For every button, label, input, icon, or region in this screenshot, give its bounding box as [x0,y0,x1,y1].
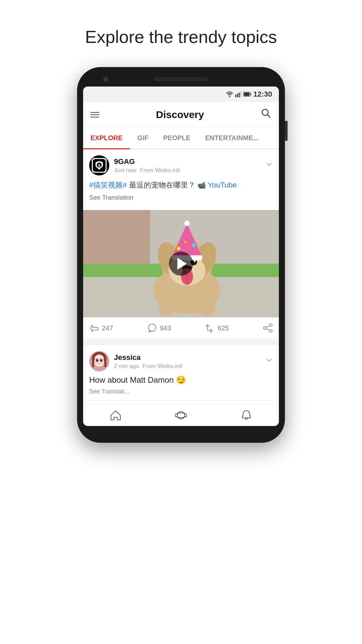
post-card: 9 9GAG Just now From Weibo.intl [83,149,279,338]
status-bar: 12:30 [83,87,279,102]
svg-rect-0 [235,95,236,97]
volume-button [285,121,288,141]
bell-icon [240,409,252,421]
bottom-navigation [83,404,279,426]
svg-rect-3 [240,91,241,97]
svg-rect-2 [239,93,240,97]
share-icon [263,323,273,333]
post-time-jessica: 2 min ago [114,363,139,369]
svg-point-32 [184,221,190,226]
svg-point-50 [95,361,97,363]
phone-frame: 12:30 Discovery EXPLORE GIF PEOPLE E [77,67,285,443]
post-author: 9GAG [114,157,182,166]
post-source: From Weibo.intl [140,167,180,173]
svg-text:9: 9 [98,163,101,168]
post-header: 9 9GAG Just now From Weibo.intl [83,149,279,179]
post-chevron-icon[interactable] [265,161,273,170]
tab-entertainment[interactable]: ENTERTAINME... [198,127,266,149]
video-thumbnail[interactable] [83,210,279,317]
svg-rect-6 [244,93,249,96]
app-title: Discovery [156,109,204,120]
post-source-jessica: From Weibo.intl [142,363,182,369]
post-content: #搞笑视频# 最逗的宠物在哪里？ 📹 YouTube See Translati… [83,179,279,210]
svg-line-40 [266,329,269,330]
youtube-link[interactable]: YouTube [208,181,237,189]
nav-notifications[interactable] [240,409,252,421]
tab-gif[interactable]: GIF [130,127,156,149]
hamburger-menu-button[interactable] [90,112,99,117]
svg-point-53 [175,413,187,418]
page-title: Explore the trendy topics [85,27,277,47]
camera-cutout [103,76,109,82]
tab-explore[interactable]: EXPLORE [83,127,130,149]
svg-point-30 [192,244,195,247]
nav-discover[interactable] [175,409,187,421]
status-icons: 12:30 [226,90,272,99]
svg-point-31 [184,240,187,243]
svg-point-38 [269,330,272,332]
svg-point-37 [263,327,266,329]
speaker-grille [154,77,208,81]
svg-point-36 [269,324,272,326]
play-button[interactable] [169,252,193,276]
wifi-icon [226,91,233,97]
post-divider [83,342,279,345]
svg-point-49 [101,359,102,360]
phone-top [83,77,279,81]
like-icon [89,323,99,333]
post-text: #搞笑视频# 最逗的宠物在哪里？ 📹 YouTube [89,179,273,191]
hashtag[interactable]: #搞笑视频# [89,181,127,189]
search-button[interactable] [261,108,272,121]
action-bar: 247 943 [83,317,279,338]
post-header-jessica: Jessica 2 min ago From Weibo.intl [83,345,279,375]
comment-icon [147,323,157,333]
repost-count: 625 [218,324,229,332]
svg-rect-1 [237,94,238,97]
home-icon [110,409,122,421]
jessica-post-text: How about Matt Damon 😏 [83,375,279,388]
post-time: Just now [114,167,136,173]
nav-home[interactable] [110,409,122,421]
like-button[interactable]: 247 [89,323,147,333]
svg-point-34 [199,302,216,316]
avatar: 9 [89,155,109,175]
comment-count: 943 [160,324,171,332]
feed: 9 9GAG Just now From Weibo.intl [83,149,279,401]
comment-button[interactable]: 943 [147,323,205,333]
repost-button[interactable]: 625 [205,323,263,333]
repost-icon [205,323,215,333]
tab-people[interactable]: PEOPLE [156,127,198,149]
battery-icon [243,92,251,97]
svg-line-8 [267,115,270,117]
phone-screen: 12:30 Discovery EXPLORE GIF PEOPLE E [83,87,279,426]
jessica-post-chevron-icon[interactable] [265,357,273,366]
like-count: 247 [102,324,113,332]
planet-icon [175,409,187,421]
svg-line-39 [266,326,269,327]
status-time: 12:30 [253,90,272,99]
app-header: Discovery [83,102,279,127]
avatar-jessica [89,351,109,371]
tab-bar: EXPLORE GIF PEOPLE ENTERTAINME... [83,127,279,149]
svg-point-33 [159,302,175,316]
svg-point-29 [177,247,180,250]
svg-point-43 [94,355,105,367]
svg-rect-5 [250,93,251,95]
post-meta: Just now From Weibo.intl [114,167,182,174]
jessica-see-translation[interactable]: See Translati... [83,388,279,401]
post-meta-jessica: 2 min ago From Weibo.intl [114,363,184,370]
svg-point-51 [101,361,104,363]
post-card-jessica: Jessica 2 min ago From Weibo.intl [83,345,279,401]
post-author-jessica: Jessica [114,353,184,362]
signal-icon [235,91,241,97]
share-button[interactable] [263,323,273,333]
see-translation[interactable]: See Translation [89,194,273,201]
svg-point-48 [97,359,98,360]
